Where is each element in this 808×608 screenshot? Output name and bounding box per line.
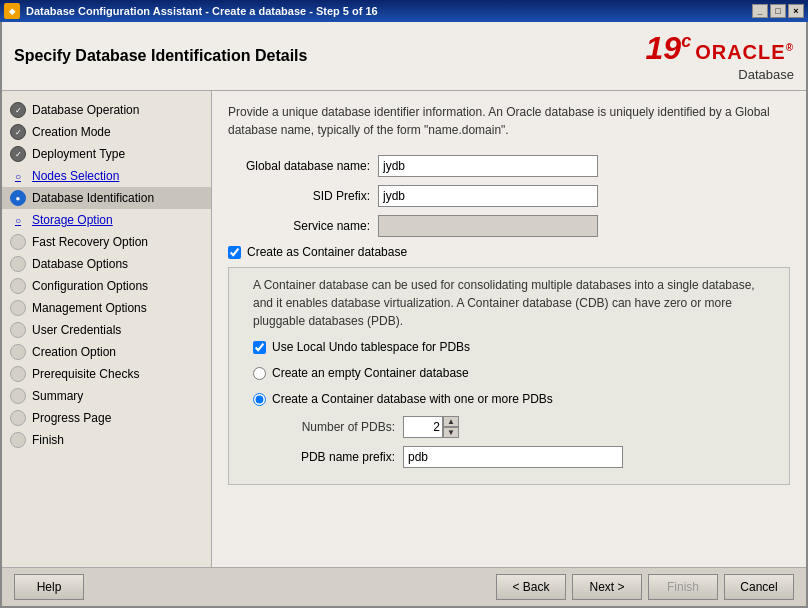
sidebar-label: Creation Mode bbox=[32, 125, 111, 139]
sidebar-label: Configuration Options bbox=[32, 279, 148, 293]
pdb-prefix-row: PDB name prefix: bbox=[253, 446, 777, 468]
title-bar: ◆ Database Configuration Assistant - Cre… bbox=[0, 0, 808, 22]
sidebar-item-summary[interactable]: Summary bbox=[2, 385, 211, 407]
sidebar-label: Finish bbox=[32, 433, 64, 447]
app-icon: ◆ bbox=[4, 3, 20, 19]
page-title: Specify Database Identification Details bbox=[14, 47, 307, 65]
sidebar-item-deployment-type[interactable]: ✓ Deployment Type bbox=[2, 143, 211, 165]
step-icon-pending bbox=[10, 366, 26, 382]
content-area: ✓ Database Operation ✓ Creation Mode ✓ D… bbox=[2, 91, 806, 567]
create-container-checkbox[interactable] bbox=[228, 246, 241, 259]
oracle-logo: 19c ORACLE® Database bbox=[646, 30, 794, 82]
sidebar-item-nodes-selection[interactable]: ○ Nodes Selection bbox=[2, 165, 211, 187]
sidebar-item-prerequisite-checks[interactable]: Prerequisite Checks bbox=[2, 363, 211, 385]
help-label: Help bbox=[37, 580, 62, 594]
container-radio-group: Create an empty Container database Creat… bbox=[253, 364, 777, 468]
sidebar-item-storage-option[interactable]: ○ Storage Option bbox=[2, 209, 211, 231]
global-db-name-input[interactable] bbox=[378, 155, 598, 177]
num-pdbs-label: Number of PDBs: bbox=[253, 418, 403, 436]
step-icon-completed: ✓ bbox=[10, 146, 26, 162]
empty-container-radio[interactable] bbox=[253, 367, 266, 380]
sidebar-item-configuration-options[interactable]: Configuration Options bbox=[2, 275, 211, 297]
service-name-row: Service name: bbox=[228, 215, 790, 237]
sidebar-label: Database Operation bbox=[32, 103, 139, 117]
spinner-down-button[interactable]: ▼ bbox=[443, 427, 459, 438]
sidebar-item-fast-recovery[interactable]: Fast Recovery Option bbox=[2, 231, 211, 253]
sidebar-item-creation-mode[interactable]: ✓ Creation Mode bbox=[2, 121, 211, 143]
sid-prefix-label: SID Prefix: bbox=[228, 189, 378, 203]
footer-right: < Back Next > Finish Cancel bbox=[496, 574, 794, 600]
sidebar-label: Fast Recovery Option bbox=[32, 235, 148, 249]
title-bar-text: Database Configuration Assistant - Creat… bbox=[26, 5, 752, 17]
with-pdbs-row: Create a Container database with one or … bbox=[253, 390, 777, 408]
global-db-name-label: Global database name: bbox=[228, 159, 378, 173]
num-pdbs-input[interactable] bbox=[403, 416, 443, 438]
sidebar-label: Creation Option bbox=[32, 345, 116, 359]
pdb-prefix-input[interactable] bbox=[403, 446, 623, 468]
spinner-buttons: ▲ ▼ bbox=[443, 416, 459, 438]
sidebar-label: Prerequisite Checks bbox=[32, 367, 139, 381]
back-label: < Back bbox=[512, 580, 549, 594]
sid-prefix-row: SID Prefix: bbox=[228, 185, 790, 207]
main-window: Specify Database Identification Details … bbox=[0, 22, 808, 608]
step-icon-pending bbox=[10, 322, 26, 338]
step-icon-link: ○ bbox=[10, 168, 26, 184]
with-pdbs-radio[interactable] bbox=[253, 393, 266, 406]
sidebar-label: Nodes Selection bbox=[32, 169, 119, 183]
create-container-label: Create as Container database bbox=[247, 245, 407, 259]
spinner-up-button[interactable]: ▲ bbox=[443, 416, 459, 427]
step-icon-pending bbox=[10, 234, 26, 250]
title-bar-buttons: _ □ × bbox=[752, 4, 804, 18]
use-local-undo-checkbox[interactable] bbox=[253, 341, 266, 354]
create-container-row: Create as Container database bbox=[228, 245, 790, 259]
maximize-button[interactable]: □ bbox=[770, 4, 786, 18]
step-icon-pending bbox=[10, 432, 26, 448]
num-pdbs-row: Number of PDBs: ▲ ▼ bbox=[253, 416, 777, 438]
main-panel: Provide a unique database identifier inf… bbox=[212, 91, 806, 567]
close-button[interactable]: × bbox=[788, 4, 804, 18]
with-pdbs-label: Create a Container database with one or … bbox=[272, 390, 553, 408]
sidebar-label: Deployment Type bbox=[32, 147, 125, 161]
step-icon-pending bbox=[10, 410, 26, 426]
sidebar-item-management-options[interactable]: Management Options bbox=[2, 297, 211, 319]
oracle-subtitle: Database bbox=[738, 67, 794, 82]
sid-prefix-input[interactable] bbox=[378, 185, 598, 207]
global-db-name-row: Global database name: bbox=[228, 155, 790, 177]
step-icon-completed: ✓ bbox=[10, 102, 26, 118]
next-button[interactable]: Next > bbox=[572, 574, 642, 600]
sidebar-item-database-options[interactable]: Database Options bbox=[2, 253, 211, 275]
sidebar-item-user-credentials[interactable]: User Credentials bbox=[2, 319, 211, 341]
service-name-input[interactable] bbox=[378, 215, 598, 237]
use-local-undo-row: Use Local Undo tablespace for PDBs bbox=[253, 338, 777, 356]
step-icon-pending bbox=[10, 344, 26, 360]
cancel-label: Cancel bbox=[740, 580, 777, 594]
sidebar-item-finish[interactable]: Finish bbox=[2, 429, 211, 451]
container-db-section: Create as Container database A Container… bbox=[228, 245, 790, 485]
oracle-version: 19c bbox=[646, 30, 692, 67]
pdb-prefix-label: PDB name prefix: bbox=[253, 448, 403, 466]
step-icon-completed: ✓ bbox=[10, 124, 26, 140]
sidebar-item-progress-page[interactable]: Progress Page bbox=[2, 407, 211, 429]
sidebar-item-creation-option[interactable]: Creation Option bbox=[2, 341, 211, 363]
step-icon-pending bbox=[10, 388, 26, 404]
empty-container-label: Create an empty Container database bbox=[272, 364, 469, 382]
sidebar-item-database-identification[interactable]: ● Database Identification bbox=[2, 187, 211, 209]
sidebar-label: Progress Page bbox=[32, 411, 111, 425]
container-info-box: A Container database can be used for con… bbox=[228, 267, 790, 485]
back-button[interactable]: < Back bbox=[496, 574, 566, 600]
step-icon-pending bbox=[10, 300, 26, 316]
cancel-button[interactable]: Cancel bbox=[724, 574, 794, 600]
step-icon-current: ● bbox=[10, 190, 26, 206]
finish-button[interactable]: Finish bbox=[648, 574, 718, 600]
description-text: Provide a unique database identifier inf… bbox=[228, 103, 790, 139]
next-label: Next > bbox=[589, 580, 624, 594]
sidebar-label: Database Identification bbox=[32, 191, 154, 205]
help-button[interactable]: Help bbox=[14, 574, 84, 600]
num-pdbs-spinner: ▲ ▼ bbox=[403, 416, 459, 438]
sidebar: ✓ Database Operation ✓ Creation Mode ✓ D… bbox=[2, 91, 212, 567]
empty-container-row: Create an empty Container database bbox=[253, 364, 777, 382]
sidebar-item-database-operation[interactable]: ✓ Database Operation bbox=[2, 99, 211, 121]
minimize-button[interactable]: _ bbox=[752, 4, 768, 18]
step-icon-pending bbox=[10, 278, 26, 294]
sidebar-label: Database Options bbox=[32, 257, 128, 271]
